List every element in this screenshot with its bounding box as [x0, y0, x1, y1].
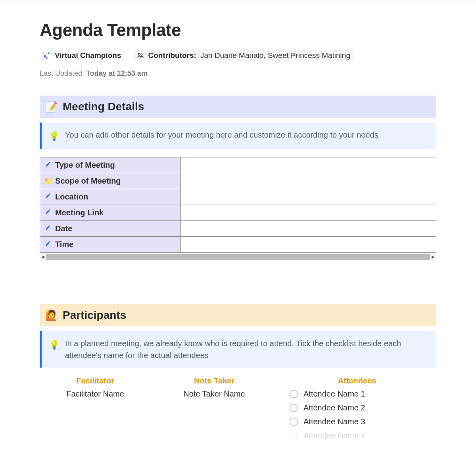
detail-row-label: Meeting Link: [55, 208, 104, 217]
facilitator-value[interactable]: Facilitator Name: [40, 389, 151, 440]
participants-grid: Facilitator Note Taker Attendees Facilit…: [40, 376, 436, 440]
participants-heading: Participants: [63, 309, 126, 322]
attendee-checkbox[interactable]: [290, 418, 298, 426]
meeting-details-heading: Meeting Details: [63, 100, 144, 113]
attendee-item: Attendee Name 2: [290, 403, 436, 412]
detail-row-label: Scope of Meeting: [55, 176, 121, 186]
detail-label-cell: 📁Scope of Meeting: [40, 173, 181, 189]
table-row: Date: [40, 221, 436, 237]
last-updated: Last Updated: Today at 12:53 am: [40, 69, 436, 78]
detail-value-cell[interactable]: [181, 173, 436, 189]
attendee-item: Attendee Name 1: [290, 389, 436, 399]
attendee-name[interactable]: Attendee Name 4: [303, 431, 365, 440]
page-title: Agenda Template: [40, 20, 436, 40]
pencil-icon: [44, 240, 52, 249]
scroll-left-arrow-icon[interactable]: ◄: [40, 254, 46, 260]
contributors-value: Jan Duane Manalo, Sweet Princess Matinin…: [200, 51, 350, 60]
detail-row-label: Date: [55, 224, 72, 233]
table-row: Meeting Link: [40, 205, 436, 221]
detail-value-cell[interactable]: [181, 205, 436, 221]
meta-row: Virtual Champions Contributors: Jan Duan…: [40, 50, 436, 61]
attendee-checkbox[interactable]: [290, 431, 298, 440]
detail-row-label: Location: [55, 192, 88, 201]
pencil-icon: [44, 224, 52, 233]
detail-label-cell: Date: [40, 221, 181, 237]
attendee-name[interactable]: Attendee Name 2: [303, 403, 365, 412]
pencil-icon: [44, 193, 52, 201]
attendee-item: Attendee Name 3: [290, 417, 436, 426]
org-name: Virtual Champions: [55, 51, 121, 60]
pencil-icon: [44, 209, 52, 217]
attendee-checkbox[interactable]: [290, 390, 298, 398]
memo-icon: 📝: [45, 101, 57, 113]
note-taker-header: Note Taker: [159, 376, 270, 385]
detail-label-cell: Type of Meeting: [40, 157, 181, 173]
detail-value-cell[interactable]: [181, 189, 436, 205]
participants-callout: 💡 In a planned meeting, we already know …: [40, 331, 436, 368]
attendees-header: Attendees: [278, 376, 436, 385]
scroll-right-arrow-icon[interactable]: ►: [430, 254, 436, 260]
people-icon: [136, 52, 144, 59]
contributors-chip[interactable]: Contributors: Jan Duane Manalo, Sweet Pr…: [133, 50, 353, 61]
detail-value-cell[interactable]: [181, 157, 436, 173]
detail-value-cell[interactable]: [181, 221, 436, 237]
detail-label-cell: Time: [40, 237, 181, 253]
raising-hand-icon: 🙋: [45, 309, 57, 321]
attendee-name[interactable]: Attendee Name 3: [303, 417, 365, 426]
attendee-item: Attendee Name 4: [290, 431, 436, 440]
table-row: Location: [40, 189, 436, 205]
org-chip[interactable]: Virtual Champions: [40, 50, 125, 61]
detail-row-label: Type of Meeting: [55, 161, 115, 170]
attendee-checkbox[interactable]: [290, 404, 298, 412]
last-updated-value: Today at 12:53 am: [86, 69, 148, 77]
bulb-icon: 💡: [49, 338, 60, 351]
note-taker-value[interactable]: Note Taker Name: [159, 389, 270, 440]
participants-callout-text: In a planned meeting, we already know wh…: [65, 337, 429, 361]
meeting-details-table: Type of Meeting📁Scope of MeetingLocation…: [40, 157, 436, 253]
meeting-details-callout: 💡 You can add other details for your mee…: [40, 123, 436, 149]
participants-header: 🙋 Participants: [40, 304, 436, 326]
contributors-label: Contributors:: [148, 51, 196, 60]
attendee-list: Attendee Name 1Attendee Name 2Attendee N…: [278, 389, 436, 440]
attendee-name[interactable]: Attendee Name 1: [303, 389, 365, 399]
meeting-details-header: 📝 Meeting Details: [40, 96, 436, 118]
bulb-icon: 💡: [49, 130, 60, 143]
org-logo-icon: [43, 52, 51, 59]
scrollbar-track[interactable]: [46, 254, 430, 260]
pencil-icon: [44, 161, 52, 169]
detail-label-cell: Location: [40, 189, 181, 205]
detail-label-cell: Meeting Link: [40, 205, 181, 221]
page-content: Agenda Template Virtual Champions Contri…: [0, 0, 476, 456]
last-updated-label: Last Updated:: [40, 69, 84, 77]
svg-point-0: [138, 54, 140, 56]
facilitator-header: Facilitator: [40, 376, 151, 385]
detail-row-label: Time: [55, 240, 73, 249]
detail-value-cell[interactable]: [181, 237, 436, 253]
svg-point-1: [141, 54, 142, 56]
meeting-details-callout-text: You can add other details for your meeti…: [65, 129, 378, 141]
horizontal-scrollbar[interactable]: ◄ ►: [40, 253, 436, 261]
table-row: Type of Meeting: [40, 157, 436, 173]
folder-icon: 📁: [44, 177, 52, 186]
table-row: 📁Scope of Meeting: [40, 173, 436, 189]
table-row: Time: [40, 237, 436, 253]
